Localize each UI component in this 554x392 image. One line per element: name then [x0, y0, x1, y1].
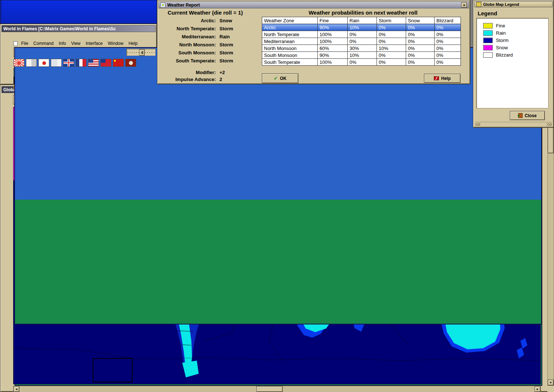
usa-flag-icon[interactable]: [88, 59, 99, 67]
menu-item-command[interactable]: Command: [33, 41, 53, 46]
legend-item-rain: Rain: [483, 29, 548, 36]
background-map-area: [0, 0, 157, 24]
current-weather-row: North Monsoon:Storm: [157, 41, 233, 49]
ok-button[interactable]: OK: [262, 73, 298, 83]
prob-zone-cell: North Monsoon: [262, 45, 318, 52]
weather-zone-label: South Temperate:: [157, 58, 216, 64]
menu-item-file[interactable]: File: [21, 41, 28, 46]
menu-item-help[interactable]: Help: [129, 41, 138, 46]
menu-item-info[interactable]: Info: [59, 41, 66, 46]
prob-value-cell: 0%: [435, 59, 461, 66]
prob-zone-cell: Mediterranean: [262, 38, 318, 45]
japan-navy-flag-icon[interactable]: [125, 59, 136, 67]
prob-value-cell: 90%: [318, 24, 348, 31]
prob-zone-cell: Arctic: [262, 24, 318, 31]
japan-flag-icon[interactable]: [38, 59, 49, 67]
modifier-value: +2: [219, 70, 225, 75]
impulse-advance-row: Impulse Advance: 2: [157, 76, 222, 82]
uk-flag-icon[interactable]: [63, 59, 74, 67]
prob-value-cell: 100%: [318, 59, 348, 66]
menu-bar: FileCommandInfoViewInterfaceWindowHelp: [1, 40, 156, 47]
prob-value-cell: 0%: [377, 59, 406, 66]
current-weather-list: Arctic:SnowNorth Temperate:StormMediterr…: [157, 16, 233, 65]
help-button[interactable]: Help: [424, 74, 461, 83]
prob-column-header: Snow: [406, 17, 435, 24]
menu-item-window[interactable]: Window: [108, 41, 123, 46]
prob-value-cell: 0%: [377, 31, 406, 38]
legend-close-button[interactable]: Close: [510, 111, 545, 120]
impulse-advance-value: 2: [219, 77, 222, 82]
zoom-slider[interactable]: 4: [126, 49, 156, 56]
legend-window-icon: [476, 2, 481, 7]
vichy-france-flag-icon[interactable]: [51, 59, 62, 67]
scroll-right-arrow-icon[interactable]: [535, 386, 540, 392]
prob-value-cell: 0%: [406, 24, 435, 31]
prob-row-south-monsoon[interactable]: South Monsoon90%10%0%0%0%: [262, 52, 461, 59]
zoom-slider-thumb[interactable]: 4: [139, 49, 145, 56]
italy-flag-icon[interactable]: [26, 59, 37, 67]
weather-zone-value: Snow: [219, 18, 232, 23]
prob-zone-cell: South Monsoon: [262, 52, 318, 59]
menu-bar-items: FileCommandInfoViewInterfaceWindowHelp: [21, 41, 138, 46]
ussr-flag-icon[interactable]: [113, 59, 124, 67]
japan-army-flag-icon[interactable]: [14, 59, 24, 67]
legend-item-snow: Snow: [483, 44, 548, 51]
free-france-flag-icon[interactable]: [76, 59, 87, 67]
scroll-down-arrow-icon[interactable]: [548, 380, 554, 385]
legend-resize-grip[interactable]: [475, 122, 552, 126]
prob-value-cell: 10%: [348, 24, 377, 31]
app-window-icon: [14, 47, 542, 324]
prob-row-north-temperate[interactable]: North Temperate100%0%0%0%0%: [262, 31, 461, 38]
legend-close-label: Close: [525, 113, 537, 118]
weather-report-titlebar[interactable]: Weather Report: [158, 1, 469, 8]
main-titlebar[interactable]: World in Flames [C:\Matrix Games\World i…: [1, 25, 156, 32]
prob-row-south-temperate[interactable]: South Temperate100%0%0%0%0%: [262, 59, 461, 66]
legend-item-label: Snow: [496, 45, 508, 50]
current-weather-row: Arctic:Snow: [157, 16, 233, 24]
prob-column-header: Fine: [318, 17, 348, 24]
main-title: World in Flames [C:\Matrix Games\World i…: [3, 26, 116, 31]
prob-value-cell: 0%: [435, 38, 461, 45]
zoom-value: 4: [141, 51, 143, 55]
prob-value-cell: 100%: [318, 38, 348, 45]
prob-column-header: Blizzard: [435, 17, 461, 24]
menu-item-view[interactable]: View: [71, 41, 81, 46]
prob-value-cell: 0%: [435, 24, 461, 31]
map-horizontal-scrollbar[interactable]: [13, 386, 541, 392]
snow-swatch: [483, 45, 493, 50]
impulse-advance-label: Impulse Advance:: [157, 77, 216, 82]
prob-value-cell: 0%: [406, 31, 435, 38]
prob-value-cell: 100%: [318, 31, 348, 38]
china-flag-icon[interactable]: [100, 59, 111, 67]
legend-titlebar[interactable]: Globe Map Legend: [474, 1, 553, 7]
prob-value-cell: 0%: [348, 38, 377, 45]
prob-zone-cell: North Temperate: [262, 31, 318, 38]
scroll-left-arrow-icon[interactable]: [14, 386, 19, 392]
help-label: Help: [441, 76, 451, 81]
legend-item-fine: Fine: [483, 22, 548, 29]
weather-report-window: Weather Report Current Weather (die roll…: [157, 0, 470, 84]
weather-zone-value: Rain: [219, 34, 230, 39]
prob-value-cell: 0%: [406, 45, 435, 52]
menu-item-interface[interactable]: Interface: [86, 41, 103, 46]
current-weather-row: Mediterranean:Rain: [157, 32, 233, 41]
prob-row-north-monsoon[interactable]: North Monsoon60%30%10%0%0%: [262, 45, 461, 52]
prob-value-cell: 0%: [406, 59, 435, 66]
weather-zone-label: North Monsoon:: [157, 42, 216, 47]
current-weather-heading: Current Weather (die roll = 1): [168, 9, 243, 16]
legend-window: Globe Map Legend Legend FineRainStormSno…: [473, 0, 554, 128]
weather-zone-value: Storm: [219, 50, 233, 55]
legend-item-label: Fine: [496, 23, 505, 28]
legend-item-label: Storm: [496, 38, 509, 43]
prob-row-arctic[interactable]: Arctic90%10%0%0%0%: [262, 24, 461, 31]
rain-swatch: [483, 30, 493, 36]
close-icon[interactable]: [461, 2, 467, 8]
prob-row-mediterranean[interactable]: Mediterranean100%0%0%0%0%: [262, 38, 461, 45]
horizontal-scroll-thumb[interactable]: [256, 386, 283, 392]
table-header-row: Weather ZoneFineRainStormSnowBlizzard: [262, 17, 461, 24]
prob-value-cell: 0%: [435, 31, 461, 38]
legend-title: Globe Map Legend: [483, 2, 519, 7]
map-vertical-scrollbar[interactable]: [547, 106, 554, 386]
weather-window-icon: [160, 3, 165, 8]
prob-column-header: Storm: [377, 17, 406, 24]
